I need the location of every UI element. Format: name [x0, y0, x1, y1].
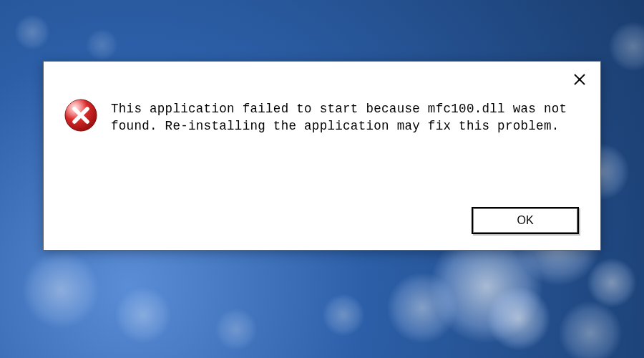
- ok-button[interactable]: OK: [472, 207, 579, 234]
- close-button[interactable]: [569, 69, 590, 90]
- dialog-footer: OK: [472, 207, 579, 234]
- close-icon: [572, 72, 587, 87]
- error-icon: [64, 98, 98, 132]
- dialog-body: This application failed to start because…: [44, 62, 600, 149]
- error-message-text: This application failed to start because…: [111, 101, 579, 135]
- error-dialog: This application failed to start because…: [43, 61, 601, 251]
